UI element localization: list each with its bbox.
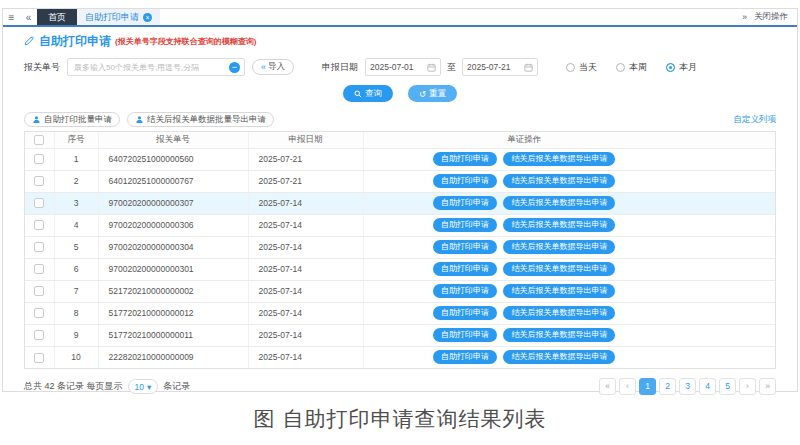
decl-no-label: 报关单号: [24, 61, 60, 74]
row-decl-no: 970020200000000306: [98, 214, 248, 236]
row-print-button[interactable]: 自助打印申请: [433, 196, 497, 210]
batch-export-button[interactable]: 结关后报关单数据批量导出申请: [127, 112, 274, 127]
page-title-note: (报关单号字段支持联合查询的模糊查询): [115, 36, 256, 47]
header-decl-no: 报关单号: [98, 132, 248, 148]
row-date: 2025-07-14: [248, 236, 363, 258]
date-from-input[interactable]: 2025-07-01: [365, 58, 441, 76]
radio-option[interactable]: 当天: [566, 61, 597, 74]
row-decl-no: 521720210000000002: [98, 280, 248, 302]
tab-self-print-label: 自助打印申请: [85, 11, 139, 24]
reset-button[interactable]: ↺ 重置: [408, 85, 457, 102]
row-print-button[interactable]: 自助打印申请: [433, 328, 497, 342]
table-footer: 总共 42 条记录 每页显示 10 ▾ 条记录 «‹12345›»: [24, 378, 776, 395]
edit-icon: [24, 32, 35, 50]
page-number-button[interactable]: 5: [719, 378, 736, 395]
row-checkbox[interactable]: [34, 220, 44, 230]
more-tabs-icon[interactable]: »: [742, 12, 747, 22]
tab-close-icon[interactable]: ×: [143, 13, 152, 22]
page-number-button[interactable]: 3: [679, 378, 696, 395]
total-records-prefix: 总共 42 条记录 每页显示: [24, 380, 123, 393]
table-row: 4 970020200000000306 2025-07-14 自助打印申请 结…: [25, 214, 775, 236]
page-prev-button[interactable]: ‹: [619, 378, 636, 395]
date-to-value: 2025-07-21: [467, 62, 510, 72]
calendar-icon: [524, 63, 533, 72]
row-checkbox[interactable]: [34, 198, 44, 208]
row-decl-no: 970020200000000304: [98, 236, 248, 258]
page-first-button[interactable]: «: [599, 378, 616, 395]
import-button[interactable]: « 导入: [252, 59, 294, 75]
import-button-label: 导入: [268, 61, 285, 73]
row-seq: 3: [54, 192, 98, 214]
row-print-button[interactable]: 自助打印申请: [433, 152, 497, 166]
back-icon[interactable]: «: [20, 9, 37, 25]
batch-print-button[interactable]: 自助打印批量申请: [24, 112, 120, 127]
row-decl-no: 640720251000000560: [98, 148, 248, 170]
customize-columns-link[interactable]: 自定义列项: [734, 114, 777, 126]
row-checkbox[interactable]: [34, 286, 44, 296]
row-checkbox[interactable]: [34, 353, 44, 363]
tab-home[interactable]: 首页: [37, 9, 77, 25]
select-all-checkbox[interactable]: [34, 135, 44, 145]
row-date: 2025-07-14: [248, 192, 363, 214]
radio-option[interactable]: 本月: [666, 61, 697, 74]
row-print-button[interactable]: 自助打印申请: [433, 262, 497, 276]
tab-self-print[interactable]: 自助打印申请 ×: [77, 9, 160, 25]
row-export-button[interactable]: 结关后报关单数据导出申请: [503, 350, 615, 364]
radio-label: 本周: [629, 61, 647, 74]
row-checkbox[interactable]: [34, 264, 44, 274]
decl-no-input[interactable]: 最多输入50个报关单号,用逗号,分隔 −: [67, 58, 245, 76]
row-seq: 5: [54, 236, 98, 258]
app-window: ≡ « 首页 自助打印申请 × » 关闭操作 自助打印申请 (报关单号字段支持联…: [2, 8, 798, 392]
row-checkbox[interactable]: [34, 308, 44, 318]
total-records-suffix: 条记录: [163, 380, 190, 393]
page-number-button[interactable]: 1: [639, 378, 656, 395]
row-print-button[interactable]: 自助打印申请: [433, 174, 497, 188]
search-icon: [354, 90, 362, 98]
row-export-button[interactable]: 结关后报关单数据导出申请: [503, 152, 615, 166]
page-next-button[interactable]: ›: [739, 378, 756, 395]
row-seq: 8: [54, 302, 98, 324]
minus-circle-icon[interactable]: −: [229, 62, 240, 73]
table-row: 9 517720210000000011 2025-07-14 自助打印申请 结…: [25, 324, 775, 346]
table-row: 7 521720210000000002 2025-07-14 自助打印申请 结…: [25, 280, 775, 302]
row-print-button[interactable]: 自助打印申请: [433, 306, 497, 320]
row-export-button[interactable]: 结关后报关单数据导出申请: [503, 328, 615, 342]
row-date: 2025-07-14: [248, 324, 363, 346]
radio-icon: [616, 63, 625, 72]
row-print-button[interactable]: 自助打印申请: [433, 284, 497, 298]
page-number-button[interactable]: 4: [699, 378, 716, 395]
row-export-button[interactable]: 结关后报关单数据导出申请: [503, 218, 615, 232]
row-checkbox[interactable]: [34, 176, 44, 186]
row-checkbox[interactable]: [34, 242, 44, 252]
row-export-button[interactable]: 结关后报关单数据导出申请: [503, 284, 615, 298]
page-last-button[interactable]: »: [759, 378, 776, 395]
row-checkbox[interactable]: [34, 154, 44, 164]
row-export-button[interactable]: 结关后报关单数据导出申请: [503, 174, 615, 188]
row-export-button[interactable]: 结关后报关单数据导出申请: [503, 240, 615, 254]
radio-option[interactable]: 本周: [616, 61, 647, 74]
table-body: 1 640720251000000560 2025-07-21 自助打印申请 结…: [25, 148, 775, 368]
row-print-button[interactable]: 自助打印申请: [433, 218, 497, 232]
close-operations-button[interactable]: 关闭操作: [754, 11, 788, 23]
radio-icon: [566, 63, 575, 72]
query-form: 报关单号 最多输入50个报关单号,用逗号,分隔 − « 导入 申报日期 2025…: [24, 58, 776, 76]
row-decl-no: 517720210000000011: [98, 324, 248, 346]
row-checkbox[interactable]: [34, 330, 44, 340]
page-number-button[interactable]: 2: [659, 378, 676, 395]
decl-no-placeholder: 最多输入50个报关单号,用逗号,分隔: [74, 62, 199, 73]
row-decl-no: 517720210000000012: [98, 302, 248, 324]
row-export-button[interactable]: 结关后报关单数据导出申请: [503, 262, 615, 276]
menu-icon[interactable]: ≡: [3, 9, 20, 25]
query-button[interactable]: 查询: [343, 85, 393, 102]
row-date: 2025-07-21: [248, 170, 363, 192]
row-seq: 6: [54, 258, 98, 280]
row-print-button[interactable]: 自助打印申请: [433, 350, 497, 364]
radio-label: 当天: [579, 61, 597, 74]
row-print-button[interactable]: 自助打印申请: [433, 240, 497, 254]
row-date: 2025-07-14: [248, 214, 363, 236]
row-export-button[interactable]: 结关后报关单数据导出申请: [503, 196, 615, 210]
date-to-input[interactable]: 2025-07-21: [462, 58, 538, 76]
row-export-button[interactable]: 结关后报关单数据导出申请: [503, 306, 615, 320]
table-row: 1 640720251000000560 2025-07-21 自助打印申请 结…: [25, 148, 775, 170]
page-size-select[interactable]: 10 ▾: [128, 379, 159, 394]
